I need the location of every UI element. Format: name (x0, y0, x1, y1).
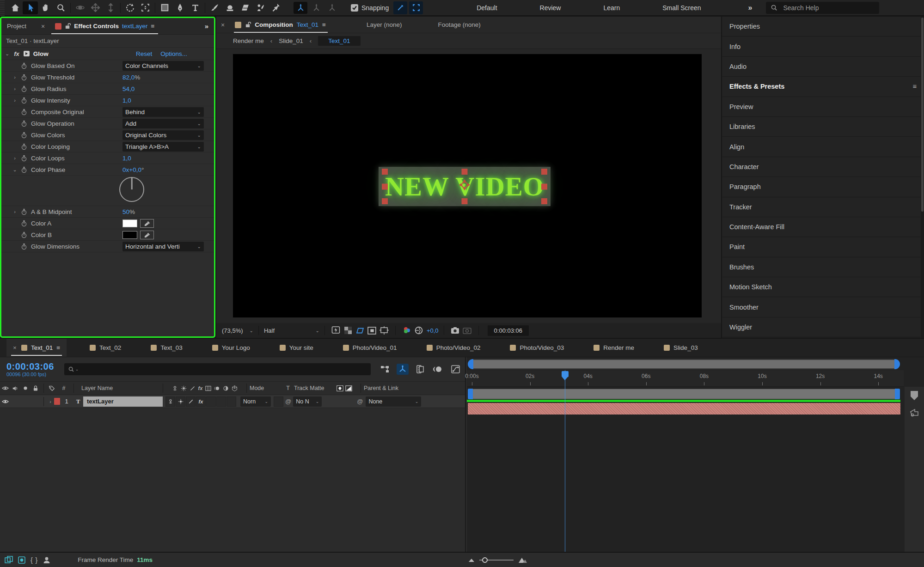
fast-previews-icon[interactable] (330, 325, 342, 335)
property-value[interactable]: 1,0 (122, 155, 131, 162)
unlock-icon[interactable] (245, 21, 251, 28)
zoom-out-icon[interactable] (468, 557, 475, 562)
property-dropdown[interactable]: Triangle A>B>A⌄ (122, 142, 204, 152)
selection-handle[interactable] (462, 169, 468, 175)
work-area-bar[interactable] (468, 389, 900, 399)
world-axis-button[interactable] (309, 2, 323, 14)
shy-switch[interactable] (165, 396, 175, 407)
time-ruler[interactable]: 0:00s02s04s06s08s10s12s14s (467, 370, 904, 387)
breadcrumb-text-01[interactable]: Text_01 (318, 36, 360, 46)
effect-row-glow-radius[interactable]: ›Glow Radius54,0 (1, 83, 214, 95)
sidebar-item-motion-sketch[interactable]: Motion Sketch (722, 277, 924, 297)
snap-bounds-icon[interactable] (409, 1, 423, 14)
empty-switch[interactable] (226, 396, 236, 407)
property-dropdown[interactable]: Behind⌄ (122, 107, 204, 117)
workspace-learn[interactable]: Learn (582, 4, 641, 12)
sidebar-item-character[interactable]: Character (722, 157, 924, 177)
close-tab-icon[interactable]: × (41, 23, 45, 30)
glow-effect-header[interactable]: ⌄ fx Glow Reset Options... (1, 48, 214, 60)
stopwatch-icon[interactable] (21, 132, 27, 139)
timeline-zoom-slider[interactable] (479, 560, 514, 561)
stopwatch-icon[interactable] (21, 143, 27, 150)
zoom-in-icon[interactable] (518, 557, 527, 563)
sidebar-item-brushes[interactable]: Brushes (722, 257, 924, 277)
timeline-tab-render-me[interactable]: Render me (587, 339, 641, 357)
panel-menu-icon[interactable]: ≡ (322, 21, 326, 28)
timeline-navigator-scrollbar[interactable] (468, 359, 900, 369)
effect-row-glow-dimensions[interactable]: Glow DimensionsHorizontal and Verti⌄ (1, 241, 214, 252)
snapshot-icon[interactable] (449, 325, 461, 335)
effect-row-color-loops[interactable]: ›Color Loops1,0 (1, 152, 214, 164)
tab-layer-viewer[interactable]: Layer (none) (367, 21, 402, 28)
playhead[interactable] (565, 370, 565, 552)
sidebar-item-wiggler[interactable]: Wiggler (722, 317, 924, 337)
pen-tool[interactable] (172, 1, 188, 14)
parent-pickwhip-icon[interactable]: @ (357, 398, 363, 405)
layer-name-column-header[interactable]: Layer Name (77, 385, 160, 391)
effect-row-color-b[interactable]: Color B (1, 229, 214, 241)
blend-mode-dropdown[interactable]: Norn⌄ (240, 396, 271, 407)
effect-row-a-b-midpoint[interactable]: ›A & B Midpoint50% (1, 206, 214, 218)
comp-marker-icon[interactable] (910, 390, 919, 401)
property-value[interactable]: 50% (122, 208, 135, 215)
property-dropdown[interactable]: Add⌄ (122, 119, 204, 128)
property-dropdown[interactable]: Horizontal and Verti⌄ (122, 242, 204, 251)
layer-row-textlayer[interactable]: › 1 T textLayer fx Norn⌄ @ (0, 395, 465, 408)
puppet-pin-tool[interactable] (268, 1, 283, 14)
matte-pick-icon[interactable]: @ (285, 398, 291, 405)
sidebar-item-preview[interactable]: Preview (722, 97, 924, 117)
breadcrumb-render-me[interactable]: Render me (233, 37, 264, 44)
workspace-review[interactable]: Review (519, 4, 582, 12)
draft-3d-icon[interactable] (397, 364, 409, 375)
anchor-point-icon[interactable] (459, 179, 471, 191)
persistent-disk-cache-icon[interactable] (18, 556, 26, 564)
layer-name-field[interactable]: textLayer (83, 396, 163, 407)
track-matte-column-header[interactable]: Track Matte (294, 385, 337, 391)
timeline-tab-slide-03[interactable]: Slide_03 (657, 339, 704, 357)
snap-to-features-icon[interactable] (393, 1, 407, 14)
property-dropdown[interactable]: Original Colors⌄ (122, 130, 204, 140)
home-tool[interactable] (7, 1, 23, 14)
dolly-camera-tool[interactable] (103, 1, 118, 14)
workspace-overflow-button[interactable]: » (748, 4, 753, 12)
grid-guides-icon[interactable] (378, 325, 390, 335)
brush-tool[interactable] (207, 1, 222, 14)
effects-switch[interactable]: fx (196, 396, 206, 407)
expander-icon[interactable]: › (12, 74, 18, 80)
panel-menu-icon[interactable]: ≡ (151, 23, 155, 30)
expander-icon[interactable]: › (12, 209, 18, 214)
empty-switch[interactable] (216, 396, 226, 407)
workspace-small-screen[interactable]: Small Screen (641, 4, 722, 12)
panel-menu-icon[interactable]: ≡ (913, 83, 917, 90)
help-search[interactable]: Search Help (766, 2, 879, 14)
color-swatch[interactable] (122, 219, 137, 227)
effect-row-color-phase[interactable]: ⌄Color Phase0x+0,0° (1, 164, 214, 176)
resolution-dropdown[interactable]: Half ⌄ (264, 327, 319, 334)
pan-camera-tool[interactable] (88, 1, 103, 14)
sidebar-item-align[interactable]: Align (722, 137, 924, 157)
sidebar-item-audio[interactable]: Audio (722, 57, 924, 77)
effect-row-glow-colors[interactable]: Glow ColorsOriginal Colors⌄ (1, 129, 214, 141)
effect-row-glow-operation[interactable]: Glow OperationAdd⌄ (1, 118, 214, 129)
eraser-tool[interactable] (238, 1, 253, 14)
timeline-tab-photo-video-03[interactable]: Photo/Video_03 (503, 339, 570, 357)
property-value[interactable]: 1,0 (122, 97, 131, 104)
toolbar-grip[interactable] (0, 0, 5, 16)
layer-expander[interactable]: › (47, 399, 54, 404)
close-tab-icon[interactable]: × (221, 21, 225, 29)
effect-options-link[interactable]: Options... (160, 50, 187, 57)
stopwatch-icon[interactable] (21, 74, 27, 81)
user-icon[interactable] (43, 556, 51, 564)
stopwatch-icon[interactable] (21, 120, 27, 127)
mode-column-header[interactable]: Mode (250, 385, 282, 391)
reset-effect-link[interactable]: Reset (136, 50, 152, 57)
transparency-grid-icon[interactable] (342, 325, 354, 335)
parent-link-column-header[interactable]: Parent & Link (364, 385, 398, 391)
viewer-timecode[interactable]: 0:00:03:06 (488, 325, 529, 336)
snapping-toggle[interactable]: Snapping (351, 4, 389, 12)
selection-handle[interactable] (541, 169, 547, 175)
timeline-tab-photo-video-01[interactable]: Photo/Video_01 (337, 339, 404, 357)
selection-tool[interactable] (23, 1, 38, 14)
clone-stamp-tool[interactable] (222, 1, 238, 14)
stopwatch-icon[interactable] (21, 220, 27, 227)
